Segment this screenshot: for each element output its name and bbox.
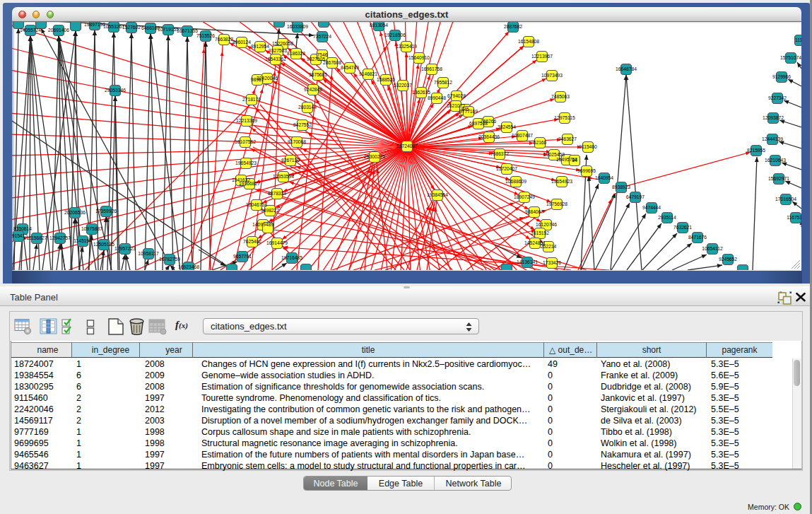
svg-text:17957223: 17957223 [114,246,136,251]
svg-text:1112: 1112 [795,37,801,42]
svg-text:9884067: 9884067 [525,209,543,214]
svg-text:2887682: 2887682 [504,24,522,29]
svg-text:1733426: 1733426 [543,260,561,265]
svg-text:15751074: 15751074 [780,55,801,60]
svg-text:84: 84 [572,158,577,163]
svg-text:12213967: 12213967 [531,54,553,59]
svg-text:9327503: 9327503 [269,48,287,53]
svg-text:19654923: 19654923 [551,179,572,184]
svg-text:16923468: 16923468 [178,264,199,269]
svg-text:17359926: 17359926 [95,209,117,214]
svg-text:2867608: 2867608 [323,60,341,65]
svg-text:62160: 62160 [534,140,547,145]
svg-text:12213369: 12213369 [236,118,257,123]
svg-text:16210643: 16210643 [765,158,786,163]
svg-text:5322037: 5322037 [394,83,412,88]
svg-text:16914479: 16914479 [266,240,288,245]
svg-text:17016504: 17016504 [775,197,796,201]
svg-text:7955812: 7955812 [434,80,452,85]
svg-text:8454749: 8454749 [341,65,359,70]
svg-text:19897190: 19897190 [84,22,105,27]
svg-text:16648784: 16648784 [616,66,637,71]
svg-text:8215955: 8215955 [747,148,765,153]
svg-text:15226058: 15226058 [272,41,293,46]
svg-text:16107552: 16107552 [235,139,256,144]
svg-text:20206536: 20206536 [64,210,86,215]
svg-text:10654112: 10654112 [702,246,723,251]
svg-text:8186328: 8186328 [287,51,305,56]
svg-text:12975115: 12975115 [554,115,575,120]
svg-text:10025458: 10025458 [543,152,565,157]
svg-text:2803144: 2803144 [298,105,317,110]
svg-text:98961: 98961 [251,77,264,82]
svg-text:9777169: 9777169 [459,109,478,114]
svg-text:10553267: 10553267 [103,24,124,29]
svg-text:20691406: 20691406 [48,28,69,33]
svg-text:20364436: 20364436 [478,134,500,139]
svg-text:14099489: 14099489 [252,222,273,227]
svg-text:16543362: 16543362 [265,57,286,62]
svg-text:8350614: 8350614 [13,226,32,231]
svg-text:15720407: 15720407 [496,166,517,171]
svg-text:1145194: 1145194 [73,238,92,243]
svg-text:7546: 7546 [317,52,328,57]
svg-text:10719155: 10719155 [158,27,179,32]
svg-text:12505135: 12505135 [93,242,114,247]
svg-text:7632621: 7632621 [673,225,692,230]
svg-text:9242848: 9242848 [304,87,322,92]
svg-text:7625402: 7625402 [243,239,261,244]
svg-text:9699695: 9699695 [577,168,596,173]
svg-text:8813054: 8813054 [370,23,388,28]
svg-text:1167533: 1167533 [787,215,801,220]
svg-text:14055724: 14055724 [20,28,41,33]
svg-text:9474444: 9474444 [642,205,661,210]
svg-text:9115460: 9115460 [579,144,597,149]
svg-text:8878334: 8878334 [268,191,286,196]
svg-text:8938923: 8938923 [612,185,630,189]
svg-text:8267130: 8267130 [281,158,300,163]
svg-text:2935114: 2935114 [658,215,676,220]
svg-text:12353594: 12353594 [273,174,294,179]
svg-text:8990448: 8990448 [428,95,446,100]
svg-text:16154808: 16154808 [518,39,539,44]
svg-text:252214: 252214 [541,244,557,249]
svg-text:19654923: 19654923 [235,160,257,165]
svg-text:19716485: 19716485 [281,255,302,260]
svg-text:16033809: 16033809 [287,24,308,29]
svg-text:9129966: 9129966 [772,74,791,79]
svg-text:1941632: 1941632 [232,177,250,182]
svg-text:9657791: 9657791 [233,254,252,259]
svg-text:6897508: 6897508 [469,121,488,126]
svg-text:3675685: 3675685 [309,72,327,77]
svg-text:18907249: 18907249 [514,194,535,199]
svg-text:2718170: 2718170 [242,97,261,102]
svg-text:12093872: 12093872 [763,115,784,120]
svg-text:7357224: 7357224 [313,34,331,39]
svg-text:19218506: 19218506 [384,33,406,37]
svg-text:16671355: 16671355 [177,28,198,33]
svg-text:1615152: 1615152 [531,230,549,235]
svg-text:7485063: 7485063 [551,94,570,99]
svg-text:10046758: 10046758 [246,202,267,207]
svg-text:16120746: 16120746 [536,222,557,227]
svg-text:8912954: 8912954 [251,44,269,49]
svg-text:1588520: 1588520 [377,77,395,82]
svg-text:29053346: 29053346 [105,88,126,93]
svg-text:10975887: 10975887 [81,226,102,231]
svg-text:1640954: 1640954 [595,175,613,180]
svg-text:12444139: 12444139 [762,136,783,141]
svg-text:8427552: 8427552 [293,122,312,127]
svg-text:15692971: 15692971 [768,176,789,181]
svg-text:8471676: 8471676 [688,235,707,240]
svg-text:11156827: 11156827 [27,235,47,240]
svg-text:7663822: 7663822 [215,37,233,42]
svg-text:12942757: 12942757 [49,235,71,240]
svg-text:13325419: 13325419 [396,44,417,49]
svg-text:14136141: 14136141 [517,259,538,264]
svg-text:15640910: 15640910 [408,55,430,60]
svg-text:9146821: 9146821 [359,71,377,76]
svg-text:16782759: 16782759 [159,257,180,262]
svg-text:3824554: 3824554 [498,124,516,129]
svg-text:10973493: 10973493 [541,73,563,78]
svg-text:18724007: 18724007 [396,144,418,148]
